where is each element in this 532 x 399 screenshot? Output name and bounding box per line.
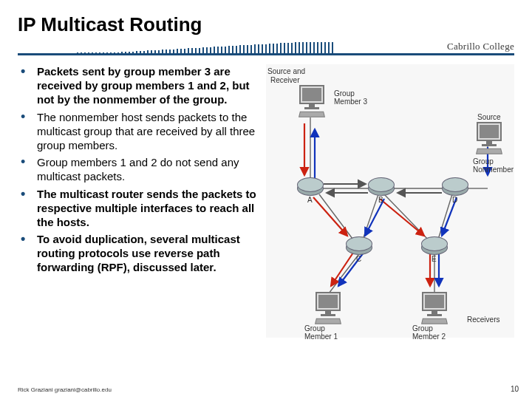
router-label: A bbox=[307, 196, 313, 204]
router-label: C bbox=[356, 255, 361, 263]
college-name: Cabrillo College bbox=[447, 41, 514, 52]
bullet-item: To avoid duplication, several multicast … bbox=[18, 232, 262, 275]
bullet-item: The multicast router sends the packets t… bbox=[18, 187, 262, 230]
svg-line-12 bbox=[313, 197, 347, 236]
host-label: Group Member 3 bbox=[334, 89, 367, 106]
host-label: Group Nonmember bbox=[473, 157, 514, 174]
network-diagram: Source and Receiver Group Member 3 Sourc… bbox=[266, 64, 514, 338]
router-e bbox=[421, 240, 448, 255]
svg-line-8 bbox=[437, 194, 452, 242]
footer-credit: Rick Graziani graziani@cabrillo.edu bbox=[18, 386, 112, 393]
svg-line-7 bbox=[384, 194, 430, 242]
bullet-item: Packets sent by group member 3 are recei… bbox=[18, 64, 262, 107]
host-gm3 bbox=[296, 85, 328, 117]
page-title: IP Multicast Routing bbox=[18, 13, 514, 36]
bullet-column: Packets sent by group member 3 are recei… bbox=[18, 64, 262, 338]
svg-line-9 bbox=[329, 255, 358, 293]
divider-ticks bbox=[77, 42, 352, 55]
host-role-label: Receiver bbox=[270, 76, 299, 84]
router-d bbox=[442, 181, 468, 196]
svg-line-5 bbox=[319, 194, 355, 242]
router-a bbox=[297, 181, 324, 196]
router-label: D bbox=[452, 196, 457, 204]
host-label: Group Member 1 bbox=[304, 324, 338, 341]
host-gm1 bbox=[312, 292, 344, 324]
svg-line-6 bbox=[362, 194, 378, 242]
host-role-label: Source bbox=[477, 113, 501, 121]
host-role-label: Source and bbox=[267, 67, 305, 75]
bullet-list: Packets sent by group member 3 are recei… bbox=[18, 64, 262, 275]
slide: IP Multicast Routing Cabrillo College Pa… bbox=[0, 0, 532, 399]
host-gm2 bbox=[418, 292, 451, 324]
svg-line-14 bbox=[331, 253, 353, 286]
page-number: 10 bbox=[511, 385, 519, 393]
router-label: B bbox=[378, 196, 383, 204]
host-nonmember bbox=[473, 122, 505, 154]
router-b bbox=[368, 181, 395, 196]
bullet-item: Group members 1 and 2 do not send any mu… bbox=[18, 155, 262, 183]
router-label: E bbox=[432, 255, 437, 263]
bullet-item: The nonmember host sends packets to the … bbox=[18, 110, 262, 153]
content-row: Packets sent by group member 3 are recei… bbox=[18, 64, 514, 338]
svg-line-13 bbox=[380, 199, 424, 236]
host-label: Group Member 2 bbox=[412, 324, 446, 341]
title-divider: Cabrillo College bbox=[18, 42, 514, 60]
receivers-label: Receivers bbox=[467, 316, 499, 324]
router-c bbox=[346, 240, 372, 255]
svg-line-19 bbox=[365, 199, 384, 236]
